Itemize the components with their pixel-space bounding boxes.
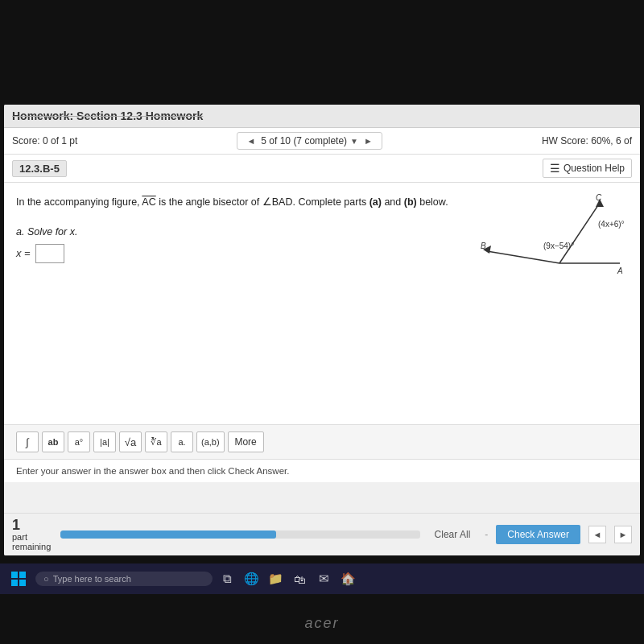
square-root-button[interactable]: √a — [119, 431, 142, 452]
question-help-label: Question Help — [564, 163, 625, 174]
question-bar: 12.3.B-5 ☰ Question Help — [4, 155, 640, 183]
question-help-button[interactable]: ☰ Question Help — [543, 159, 632, 178]
part-label: part — [12, 532, 52, 542]
clear-all-button[interactable]: Clear All — [428, 526, 477, 543]
svg-line-0 — [559, 203, 600, 263]
store-icon[interactable]: 🛍 — [290, 569, 309, 588]
question-id: 12.3.B-5 — [12, 160, 67, 177]
answer-input[interactable] — [35, 244, 64, 263]
svg-text:B: B — [481, 242, 486, 250]
remaining-label: remaining — [12, 542, 52, 551]
svg-text:(9x−54)°: (9x−54)° — [543, 242, 574, 250]
mail-icon[interactable]: ✉ — [314, 569, 333, 588]
angle-figure: C (4x+6)° (9x−54)° B A — [463, 191, 624, 295]
acer-logo: acer — [304, 615, 339, 632]
svg-rect-13 — [19, 580, 26, 586]
progress-bar-fill — [60, 530, 276, 539]
start-button[interactable] — [6, 567, 31, 591]
separator: - — [485, 529, 488, 540]
part-info: 1 part remaining — [12, 518, 52, 551]
page-title: Homework: Section 12.3 Homework — [12, 109, 203, 122]
svg-rect-11 — [19, 572, 26, 578]
search-icon: ○ — [43, 574, 49, 584]
nav-dropdown-icon[interactable]: ▼ — [350, 137, 358, 146]
svg-text:A: A — [617, 266, 623, 275]
toolbar-area: ∫ ab a° |a| √a ∛a a. (a,b) More — [4, 424, 640, 460]
coordinates-button[interactable]: (a,b) — [196, 431, 225, 452]
svg-rect-10 — [11, 572, 18, 578]
nav-controls: ◄ 5 of 10 (7 complete) ▼ ► — [237, 132, 382, 150]
bottom-nav-next[interactable]: ► — [614, 526, 632, 543]
explorer-icon[interactable]: 📁 — [266, 569, 285, 588]
search-placeholder: Type here to search — [53, 574, 131, 584]
degree-button[interactable]: a° — [68, 431, 90, 452]
absolute-value-button[interactable]: |a| — [93, 431, 116, 452]
score-label: Score: 0 of 1 pt — [12, 135, 77, 147]
instruction-text: Enter your answer in the answer box and … — [4, 460, 640, 482]
hw-score-label: HW Score: 60%, 6 of — [542, 135, 632, 147]
more-button[interactable]: More — [228, 431, 264, 452]
fraction-button[interactable]: ab — [42, 431, 64, 452]
cube-root-button[interactable]: ∛a — [145, 431, 167, 452]
task-view-icon[interactable]: ⧉ — [217, 569, 237, 588]
bottom-bar: 1 part remaining Clear All - Check Answe… — [4, 513, 640, 555]
browser-icon[interactable]: 🌐 — [242, 569, 261, 588]
bottom-nav-prev[interactable]: ◄ — [588, 526, 606, 543]
integral-button[interactable]: ∫ — [16, 431, 39, 452]
nav-prev-button[interactable]: ◄ — [244, 135, 258, 147]
svg-text:C: C — [596, 193, 602, 202]
search-bar[interactable]: ○ Type here to search — [35, 572, 213, 586]
check-answer-button[interactable]: Check Answer — [496, 525, 580, 544]
nav-next-button[interactable]: ► — [361, 135, 375, 147]
home-icon[interactable]: 🏠 — [338, 569, 357, 588]
x-label: x = — [16, 247, 31, 259]
svg-line-2 — [487, 251, 559, 263]
svg-text:(4x+6)°: (4x+6)° — [598, 220, 624, 229]
windows-taskbar: ○ Type here to search ⧉ 🌐 📁 🛍 ✉ 🏠 — [0, 564, 644, 594]
menu-icon: ☰ — [550, 162, 560, 175]
nav-progress-text: 5 of 10 (7 complete) — [261, 135, 347, 147]
score-bar: Score: 0 of 1 pt ◄ 5 of 10 (7 complete) … — [4, 128, 640, 155]
content-area: In the accompanying figure, AC is the an… — [4, 183, 640, 424]
header-bar: Homework: Section 12.3 Homework — [4, 105, 640, 128]
progress-bar — [60, 530, 420, 539]
line-ac: AC — [142, 196, 155, 208]
part-number: 1 — [12, 518, 52, 532]
svg-rect-12 — [11, 580, 18, 586]
decimal-button[interactable]: a. — [171, 431, 193, 452]
